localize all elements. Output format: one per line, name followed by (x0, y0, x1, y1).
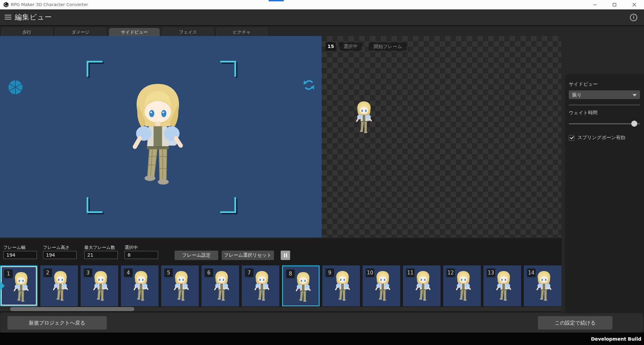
frame-settings-button[interactable]: フレーム設定 (175, 251, 218, 260)
app-window: RPG Maker 3D Character Converter 編集ビュー i… (0, 0, 644, 345)
tab-5[interactable]: ピクチャ (216, 28, 267, 36)
filmstrip-frame-1[interactable]: 1 (0, 265, 38, 306)
scrollbar-thumb[interactable] (10, 307, 134, 311)
app-title: RPG Maker 3D Character Converter (11, 0, 88, 9)
filmstrip-frame-6[interactable]: 6 (201, 265, 239, 306)
menu-icon[interactable] (5, 15, 11, 20)
frame-number-badge: 15 (326, 42, 336, 51)
frame-number-badge: 2 (43, 268, 52, 277)
frame-number-badge: 14 (527, 268, 536, 277)
tab-strip: 歩行ダメージサイドビューフェイスピクチャ (0, 25, 644, 36)
character-canvas (0, 36, 322, 238)
header-bar: 編集ビュー i (0, 9, 644, 25)
character-preview-sprite (353, 100, 375, 135)
maximize-button[interactable] (607, 0, 622, 9)
wait-time-slider[interactable] (569, 121, 640, 127)
app-logo-icon (3, 2, 9, 8)
minimize-button[interactable] (587, 0, 603, 9)
top-accent-strip (269, 0, 284, 1)
aperture-icon[interactable] (7, 79, 24, 96)
filmstrip-frame-14[interactable]: 14 (524, 265, 561, 306)
character-thumbnail (50, 269, 71, 303)
capture-bracket-top-left (87, 61, 102, 77)
character-thumbnail (533, 269, 555, 303)
frame-width-input[interactable] (3, 251, 37, 259)
frame-number-badge: 6 (204, 268, 213, 277)
selected-frame-button[interactable]: 選択中 (339, 42, 362, 51)
chevron-down-icon (633, 94, 637, 96)
development-build-label: Development Build (591, 336, 644, 342)
right-column: サイドビュー 振り ウェイト時間 スプリングボーン有効 (561, 72, 644, 345)
character-thumbnail (251, 269, 273, 303)
capture-bracket-top-right (220, 61, 236, 77)
tab-1[interactable]: 歩行 (1, 28, 52, 36)
animation-preview-pane: 15 選択中 開始フレーム (322, 36, 561, 238)
character-thumbnail (332, 269, 353, 303)
selected-label: 選択中 (125, 245, 138, 251)
pause-button[interactable] (281, 251, 290, 260)
frame-height-input[interactable] (43, 251, 77, 259)
development-build-strip: Development Build (0, 333, 644, 345)
tab-3[interactable]: サイドビュー (109, 28, 160, 36)
wait-time-label: ウェイト時間 (569, 110, 640, 116)
filmstrip-frame-9[interactable]: 9 (322, 265, 360, 306)
frame-number-badge: 1 (4, 269, 13, 278)
max-frames-input[interactable] (84, 251, 118, 259)
pause-icon (284, 253, 285, 257)
filmstrip-frame-10[interactable]: 10 (363, 265, 400, 306)
check-icon (570, 135, 574, 139)
tab-4[interactable]: フェイス (163, 28, 214, 36)
frame-number-badge: 12 (446, 268, 455, 277)
spring-bone-checkbox[interactable] (569, 135, 574, 141)
character-thumbnail (372, 269, 394, 303)
character-thumbnail (211, 269, 232, 303)
filmstrip-frame-8[interactable]: 8 (282, 265, 320, 306)
frame-number-badge: 11 (406, 268, 415, 277)
character-sprite (122, 79, 194, 190)
frame-number-badge: 9 (325, 268, 334, 277)
footer-bar: 新規プロジェクトへ戻る この設定で続ける (1, 313, 643, 333)
character-thumbnail (493, 269, 514, 303)
panel-title: サイドビュー (569, 81, 640, 87)
character-thumbnail (412, 269, 434, 303)
filmstrip-frame-7[interactable]: 7 (242, 265, 279, 306)
back-to-new-project-button[interactable]: 新規プロジェクトへ戻る (7, 316, 107, 330)
frame-number-badge: 8 (286, 269, 295, 278)
side-settings-panel: サイドビュー 振り ウェイト時間 スプリングボーン有効 (565, 75, 644, 345)
frame-editor-section: フレーム幅 フレーム高さ 最大フレーム数 選択中 フレーム設定 フレーム選択リセ… (0, 238, 561, 312)
character-thumbnail (10, 270, 32, 304)
wait-time-slider-handle[interactable] (631, 121, 637, 127)
filmstrip-frame-3[interactable]: 3 (81, 265, 118, 306)
filmstrip-frame-11[interactable]: 11 (403, 265, 441, 306)
frame-number-badge: 7 (245, 268, 254, 277)
frame-selection-reset-button[interactable]: フレーム選択リセット (222, 251, 274, 260)
start-frame-button[interactable]: 開始フレーム (369, 42, 407, 51)
filmstrip-scrollbar[interactable] (0, 307, 561, 311)
frame-number-badge: 10 (366, 268, 374, 277)
character-thumbnail (453, 269, 474, 303)
spring-bone-label: スプリングボーン有効 (578, 135, 625, 141)
continue-with-settings-button[interactable]: この設定で続ける (538, 316, 612, 330)
character-thumbnail (130, 269, 152, 303)
wait-time-slider-track (569, 123, 640, 124)
character-thumbnail (292, 270, 314, 304)
title-bar: RPG Maker 3D Character Converter (0, 0, 644, 10)
capture-bracket-bottom-right (220, 197, 236, 213)
frame-width-label: フレーム幅 (3, 245, 26, 251)
filmstrip-frame-5[interactable]: 5 (161, 265, 199, 306)
filmstrip-frame-2[interactable]: 2 (40, 265, 78, 306)
animation-dropdown[interactable]: 振り (569, 90, 640, 99)
playhead-marker (0, 281, 5, 291)
character-thumbnail (171, 269, 192, 303)
max-frames-label: 最大フレーム数 (84, 245, 115, 251)
selected-frame-input[interactable] (125, 251, 158, 259)
filmstrip-frame-4[interactable]: 4 (121, 265, 158, 306)
info-icon[interactable]: i (630, 14, 637, 21)
close-button[interactable] (627, 0, 642, 9)
filmstrip-frame-13[interactable]: 13 (484, 265, 521, 306)
rotate-view-icon[interactable] (302, 78, 316, 92)
filmstrip: 1234567891011121314 (0, 265, 561, 306)
tab-2[interactable]: ダメージ (55, 28, 106, 36)
page-title: 編集ビュー (15, 9, 52, 25)
filmstrip-frame-12[interactable]: 12 (443, 265, 481, 306)
